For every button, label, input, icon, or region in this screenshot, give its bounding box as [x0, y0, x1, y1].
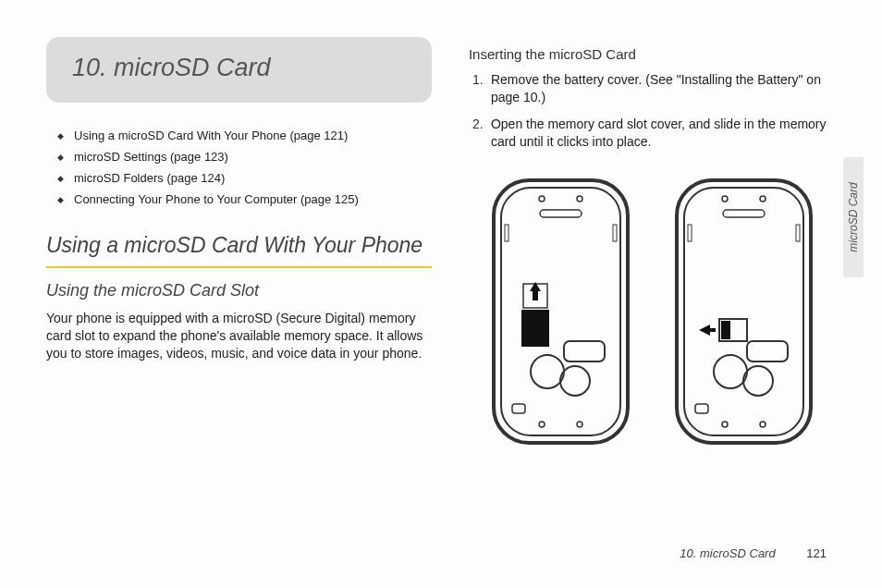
side-tab-label: microSD Card [847, 182, 860, 251]
section-subheading: Using the microSD Card Slot [46, 281, 432, 300]
subsection-heading: Inserting the microSD Card [469, 46, 836, 62]
svg-rect-6 [613, 225, 617, 241]
section-divider [46, 266, 432, 268]
footer-chapter: 10. microSD Card [680, 546, 775, 560]
step-item: Remove the battery cover. (See "Installi… [469, 71, 836, 106]
toc-item: Connecting Your Phone to Your Computer (… [46, 192, 432, 206]
svg-rect-21 [721, 321, 730, 339]
page-footer: 10. microSD Card 121 [680, 546, 827, 560]
toc-item: Using a microSD Card With Your Phone (pa… [46, 129, 432, 142]
svg-rect-9 [564, 341, 605, 361]
svg-rect-10 [512, 404, 525, 413]
chapter-title: 10. microSD Card [72, 54, 410, 82]
svg-point-3 [577, 196, 582, 202]
illustration-row [469, 173, 836, 450]
phone-diagram-insert-icon [668, 173, 820, 450]
svg-rect-7 [521, 310, 549, 347]
toc-item: microSD Settings (page 123) [46, 150, 432, 164]
svg-point-25 [760, 422, 766, 427]
svg-point-15 [722, 196, 728, 202]
toc-list: Using a microSD Card With Your Phone (pa… [46, 129, 432, 206]
svg-rect-17 [723, 210, 765, 217]
side-tab: microSD Card [843, 157, 864, 277]
footer-page-number: 121 [806, 546, 827, 560]
svg-rect-5 [505, 225, 508, 241]
svg-point-12 [577, 422, 582, 427]
svg-rect-1 [501, 188, 620, 435]
svg-point-16 [760, 196, 766, 202]
svg-rect-22 [747, 341, 788, 361]
steps-list: Remove the battery cover. (See "Installi… [469, 71, 836, 151]
svg-rect-18 [688, 225, 692, 241]
svg-rect-14 [684, 188, 803, 435]
svg-rect-4 [540, 210, 582, 217]
section-body: Your phone is equipped with a microSD (S… [46, 310, 432, 362]
section-heading: Using a microSD Card With Your Phone [46, 232, 432, 259]
svg-rect-23 [695, 404, 708, 413]
chapter-header: 10. microSD Card [46, 37, 432, 103]
toc-item: microSD Folders (page 124) [46, 171, 432, 185]
step-item: Open the memory card slot cover, and sli… [469, 116, 836, 151]
phone-diagram-closed-icon [484, 173, 637, 450]
svg-rect-19 [796, 225, 800, 241]
svg-point-2 [539, 196, 545, 202]
svg-point-24 [722, 422, 728, 427]
svg-point-11 [539, 422, 545, 427]
